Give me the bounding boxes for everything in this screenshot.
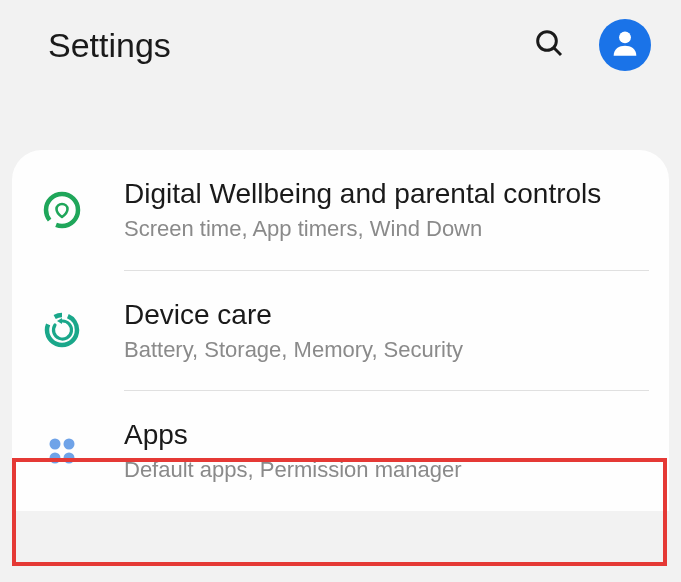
list-content: Digital Wellbeing and parental controls … — [124, 176, 649, 244]
profile-button[interactable] — [599, 19, 651, 71]
svg-point-9 — [64, 452, 75, 463]
item-subtitle: Battery, Storage, Memory, Security — [124, 336, 649, 365]
svg-point-7 — [64, 438, 75, 449]
svg-point-0 — [538, 32, 557, 51]
page-title: Settings — [48, 26, 531, 65]
settings-item-digital-wellbeing[interactable]: Digital Wellbeing and parental controls … — [12, 150, 669, 270]
svg-point-6 — [50, 438, 61, 449]
svg-point-8 — [50, 452, 61, 463]
header-actions — [531, 19, 651, 71]
wellbeing-icon — [42, 190, 82, 230]
item-subtitle: Screen time, App timers, Wind Down — [124, 215, 649, 244]
item-title: Apps — [124, 417, 649, 452]
settings-header: Settings — [0, 0, 681, 90]
svg-point-3 — [46, 194, 78, 226]
item-title: Digital Wellbeing and parental controls — [124, 176, 649, 211]
list-content: Device care Battery, Storage, Memory, Se… — [124, 297, 649, 365]
settings-card: Digital Wellbeing and parental controls … — [12, 150, 669, 511]
svg-point-2 — [619, 31, 631, 43]
person-icon — [608, 26, 642, 64]
search-icon — [533, 27, 565, 63]
search-button[interactable] — [531, 27, 567, 63]
settings-item-device-care[interactable]: Device care Battery, Storage, Memory, Se… — [12, 271, 669, 391]
svg-line-1 — [554, 48, 561, 55]
svg-marker-5 — [57, 318, 62, 324]
settings-item-apps[interactable]: Apps Default apps, Permission manager — [12, 391, 669, 511]
list-content: Apps Default apps, Permission manager — [124, 417, 649, 485]
device-care-icon — [42, 310, 82, 350]
item-title: Device care — [124, 297, 649, 332]
item-subtitle: Default apps, Permission manager — [124, 456, 649, 485]
apps-icon — [42, 431, 82, 471]
